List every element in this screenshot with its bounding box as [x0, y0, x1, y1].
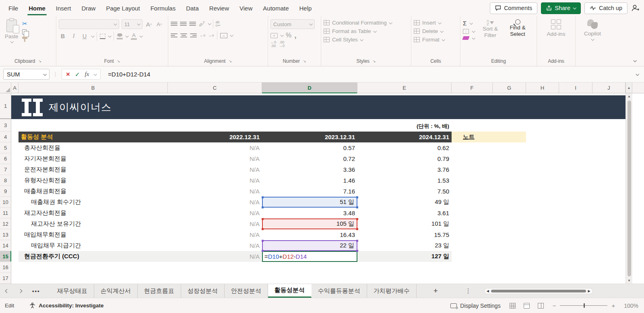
- value-2023[interactable]: 1.46: [262, 175, 357, 186]
- cell-styles-button[interactable]: Cell Styles: [324, 37, 409, 43]
- scroll-up-icon[interactable]: ▲: [627, 93, 631, 99]
- align-bottom-icon[interactable]: [189, 22, 196, 26]
- scroll-down-icon[interactable]: ▼: [627, 278, 631, 284]
- delete-cells-button[interactable]: Delete: [414, 28, 458, 34]
- chevron-down-icon[interactable]: [139, 34, 142, 37]
- comments-button[interactable]: Comments: [490, 2, 537, 14]
- find-select-button[interactable]: Find & Select: [506, 19, 529, 40]
- chevron-down-icon[interactable]: [94, 72, 97, 76]
- italic-icon[interactable]: I: [70, 32, 78, 41]
- row-header-13[interactable]: 13: [0, 229, 11, 240]
- column-header-I[interactable]: I: [559, 82, 592, 93]
- share-button[interactable]: Share: [541, 2, 581, 14]
- sort-filter-button[interactable]: AZ Sort & Filter: [479, 19, 502, 40]
- increase-indent-icon[interactable]: →≡: [208, 34, 214, 37]
- sheet-tab-2[interactable]: 손익계산서: [94, 284, 138, 298]
- horizontal-scrollbar[interactable]: ◀ ▶: [484, 288, 593, 294]
- zoom-slider[interactable]: [560, 305, 607, 306]
- copy-icon[interactable]: [22, 29, 27, 35]
- clear-icon[interactable]: [462, 36, 469, 40]
- autosum-icon[interactable]: Σ: [463, 20, 466, 27]
- formula-bar-grip[interactable]: ⋮: [53, 71, 58, 77]
- wrap-text-icon[interactable]: abc↩: [216, 21, 221, 27]
- paste-button[interactable]: Paste: [5, 19, 18, 43]
- font-size-select[interactable]: 11: [122, 19, 142, 29]
- accessibility-checker[interactable]: Accessibility: Investigate: [29, 303, 103, 309]
- sheet-tab-6[interactable]: 활동성분석: [268, 284, 312, 298]
- vertical-scrollbar[interactable]: ▲ ▼: [625, 93, 632, 284]
- column-header-G[interactable]: G: [493, 82, 526, 93]
- borders-icon[interactable]: [100, 34, 105, 39]
- accounting-format-icon[interactable]: ¤: [270, 33, 278, 38]
- format-painter-icon[interactable]: [22, 37, 27, 42]
- add-ins-button[interactable]: Add-ins: [539, 19, 573, 37]
- column-header-D[interactable]: D: [262, 82, 357, 93]
- sheet-tab-8[interactable]: 가치평가배수: [367, 284, 417, 298]
- percent-style-icon[interactable]: %: [286, 32, 291, 39]
- zoom-slider-thumb[interactable]: [584, 303, 585, 308]
- number-dialog-launcher-icon[interactable]: ↘: [303, 59, 306, 63]
- column-header-F[interactable]: F: [452, 82, 493, 93]
- sheet-tab-1[interactable]: 재무상태표: [51, 284, 94, 298]
- row-header-12[interactable]: 12: [0, 218, 11, 229]
- styles-dialog-launcher-icon[interactable]: ↘: [373, 59, 376, 63]
- row-header-5[interactable]: 5: [0, 142, 11, 153]
- zoom-out-icon[interactable]: −: [553, 302, 556, 309]
- highlighted-cell-purple[interactable]: 22 일: [262, 240, 357, 251]
- increase-decimal-icon[interactable]: ←0.00: [270, 41, 276, 48]
- highlighted-cell-red[interactable]: 105 일: [262, 218, 357, 229]
- format-as-table-button[interactable]: Format as Table: [324, 28, 409, 34]
- menu-tab-help[interactable]: Help: [294, 0, 317, 16]
- menu-tab-home[interactable]: Home: [23, 0, 51, 16]
- menu-tab-draw[interactable]: Draw: [76, 0, 101, 16]
- catch-up-button[interactable]: Catch up: [584, 2, 627, 14]
- page-layout-view-icon[interactable]: [524, 303, 530, 309]
- row-header-4[interactable]: 4: [0, 132, 11, 142]
- clipboard-dialog-launcher-icon[interactable]: ↘: [38, 59, 41, 63]
- formula-edit-cell[interactable]: =D10+D12-D14: [262, 251, 357, 262]
- font-dialog-launcher-icon[interactable]: ↘: [117, 59, 120, 63]
- bold-icon[interactable]: B: [59, 32, 67, 41]
- value-2023[interactable]: 0.72: [262, 153, 357, 164]
- align-middle-icon[interactable]: [180, 22, 187, 26]
- menu-tab-formulas[interactable]: Formulas: [145, 0, 181, 16]
- comma-style-icon[interactable]: ,: [294, 33, 296, 37]
- align-left-icon[interactable]: [171, 33, 178, 37]
- row-header-14[interactable]: 14: [0, 240, 11, 251]
- merge-center-icon[interactable]: ↔: [220, 33, 227, 38]
- column-header-A[interactable]: A: [11, 82, 19, 93]
- name-box[interactable]: SUM: [3, 69, 50, 80]
- value-2023[interactable]: 0.57: [262, 142, 357, 153]
- highlighted-cell-blue[interactable]: 51 일: [262, 197, 357, 208]
- enter-icon[interactable]: ✓: [75, 71, 80, 78]
- row-header-7[interactable]: 7: [0, 164, 11, 175]
- row-header-16[interactable]: 16: [0, 262, 11, 273]
- column-header-H[interactable]: H: [526, 82, 559, 93]
- chevron-down-icon[interactable]: [280, 33, 283, 37]
- underline-icon[interactable]: U: [80, 32, 89, 41]
- zoom-in-icon[interactable]: +: [611, 302, 615, 309]
- value-2023[interactable]: 3.48: [262, 208, 357, 218]
- fill-color-icon[interactable]: [117, 33, 123, 39]
- decrease-decimal-icon[interactable]: .00→0: [279, 41, 285, 48]
- expand-formula-bar-icon[interactable]: [636, 72, 639, 76]
- row-header-15[interactable]: 15: [0, 251, 11, 262]
- chevron-down-icon[interactable]: [208, 22, 211, 25]
- row-header-6[interactable]: 6: [0, 153, 11, 164]
- conditional-formatting-button[interactable]: Conditional Formatting: [324, 20, 409, 26]
- row-header-8[interactable]: 8: [0, 175, 11, 186]
- orientation-icon[interactable]: ab↗: [198, 21, 206, 27]
- font-name-select[interactable]: [59, 19, 119, 29]
- new-sheet-icon[interactable]: +: [428, 284, 444, 298]
- font-color-icon[interactable]: A: [131, 33, 137, 40]
- row-header-11[interactable]: 11: [0, 208, 11, 218]
- decrease-font-size-icon[interactable]: A˅: [155, 20, 163, 29]
- row-header-3[interactable]: 3: [0, 119, 11, 132]
- menu-tab-insert[interactable]: Insert: [51, 0, 76, 16]
- column-header-C[interactable]: C: [168, 82, 262, 93]
- value-2023[interactable]: 3.36: [262, 164, 357, 175]
- chevron-down-icon[interactable]: [125, 34, 128, 37]
- alignment-dialog-launcher-icon[interactable]: ↘: [229, 59, 232, 63]
- chevron-down-icon[interactable]: [230, 33, 233, 37]
- increase-font-size-icon[interactable]: A˄: [145, 20, 153, 29]
